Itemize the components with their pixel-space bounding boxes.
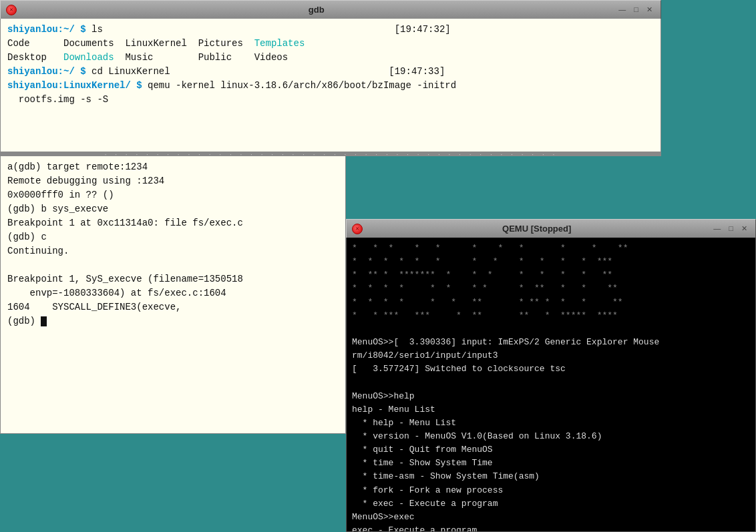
gdb-title: gdb — [17, 5, 616, 15]
qemu-output-line: [ 3.577247] Switched to clocksource tsc — [352, 362, 750, 376]
terminal-line: Breakpoint 1 at 0xc11314a0: file fs/exec… — [7, 216, 339, 230]
qemu-output-line: rm/i8042/serio1/input/input3 — [352, 349, 750, 362]
qemu-output-line: * help - Menu List — [352, 417, 750, 430]
terminal-line: rootfs.img -s -S — [7, 93, 654, 107]
qemu-minimize-button[interactable]: — — [711, 224, 723, 234]
qemu-output-line: * time-asm - Show System Time(asm) — [352, 470, 750, 483]
maximize-button[interactable]: □ — [631, 5, 641, 15]
qemu-terminal: * * * * * * * * * * ** * * * * * * * * *… — [346, 238, 756, 532]
qemu-stars-line: * * * * * * * * * * ** — [352, 242, 750, 255]
minimize-button[interactable]: — — [616, 5, 628, 15]
close-button-right[interactable]: ✕ — [644, 5, 655, 15]
qemu-output-line: help - Menu List — [352, 403, 750, 417]
terminal-line: (gdb) c — [7, 230, 339, 244]
qemu-stars-line: * * * * * * * * * ** * * ** — [352, 282, 750, 295]
terminal-line: a(gdb) target remote:1234 — [7, 160, 339, 174]
qemu-stars-line: * * * * * * ** * ** * * * ** — [352, 296, 750, 309]
terminal-line — [7, 258, 339, 272]
qemu-window: ✕ QEMU [Stopped] — □ ✕ * * * * * * * * *… — [346, 219, 756, 532]
terminal-line: shiyanlou:~/ $ cd LinuxKernel [19:47:33] — [7, 65, 654, 79]
terminal-line: shiyanlou:~/ $ ls [19:47:32] — [7, 23, 654, 37]
terminal-line: (gdb) — [7, 314, 339, 328]
qemu-output-line — [352, 322, 750, 336]
terminal-line: 1604 SYSCALL_DEFINE3(execve, — [7, 300, 339, 314]
terminal-line: shiyanlou:LinuxKernel/ $ qemu -kernel li… — [7, 79, 654, 93]
qemu-output-line: * exec - Execute a program — [352, 497, 750, 511]
qemu-title: QEMU [Stopped] — [363, 224, 711, 234]
qemu-output-line: * time - Show System Time — [352, 457, 750, 470]
terminal-line: 0x0000fff0 in ?? () — [7, 188, 339, 202]
qemu-stars-line: * * * * * * * * * * * * *** — [352, 255, 750, 268]
qemu-close-right-button[interactable]: ✕ — [739, 224, 750, 234]
qemu-output-line: * fork - Fork a new process — [352, 484, 750, 497]
terminal-line: Code Documents LinuxKernel Pictures Temp… — [7, 37, 654, 51]
qemu-output-line — [352, 376, 750, 389]
close-button[interactable]: ✕ — [6, 5, 17, 15]
qemu-output-line: * quit - Quit from MenuOS — [352, 443, 750, 457]
bottom-terminal: a(gdb) target remote:1234 Remote debuggi… — [0, 156, 346, 434]
qemu-stars-line: * * *** *** * ** ** * ***** **** — [352, 309, 750, 322]
gdb-titlebar: ✕ gdb — □ ✕ — [0, 0, 661, 19]
terminal-line: envp=-1080333604) at fs/exec.c:1604 — [7, 286, 339, 300]
terminal-line: Remote debugging using :1234 — [7, 174, 339, 188]
qemu-right-controls: — □ ✕ — [711, 224, 750, 234]
terminal-line: Breakpoint 1, SyS_execve (filename=13505… — [7, 272, 339, 286]
window-controls: ✕ — [6, 5, 17, 15]
window-right-controls: — □ ✕ — [616, 5, 655, 15]
top-terminal: shiyanlou:~/ $ ls [19:47:32] Code Docume… — [0, 19, 661, 152]
qemu-output-line: MenuOS>>exec — [352, 511, 750, 524]
terminal-line: (gdb) b sys_execve — [7, 202, 339, 216]
terminal-line: Continuing. — [7, 244, 339, 258]
qemu-output-line: * version - MenuOS V1.0(Based on Linux 3… — [352, 430, 750, 443]
qemu-close-button[interactable]: ✕ — [352, 224, 363, 234]
qemu-stars-line: * ** * ******* * * * * * * * ** — [352, 268, 750, 282]
qemu-output-line: MenuOS>>help — [352, 390, 750, 403]
qemu-maximize-button[interactable]: □ — [726, 224, 736, 234]
qemu-window-controls: ✕ — [352, 224, 363, 234]
terminal-cursor — [41, 316, 47, 326]
terminal-line: Desktop Downloads Music Public Videos — [7, 51, 654, 65]
qemu-titlebar: ✕ QEMU [Stopped] — □ ✕ — [346, 219, 756, 238]
qemu-output-line: exec - Execute a program — [352, 524, 750, 532]
qemu-output-line: MenuOS>>[ 3.390336] input: ImExPS/2 Gene… — [352, 336, 750, 349]
